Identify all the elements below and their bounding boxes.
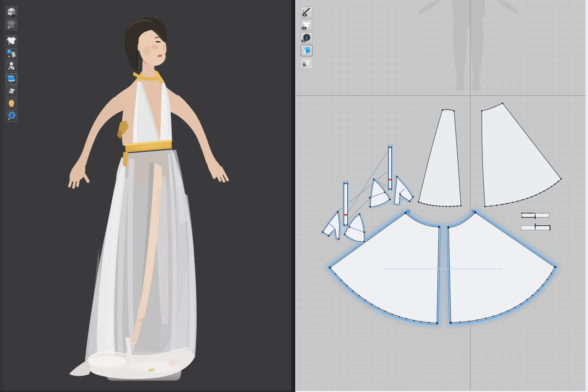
svg-text:i: i [306,34,308,41]
